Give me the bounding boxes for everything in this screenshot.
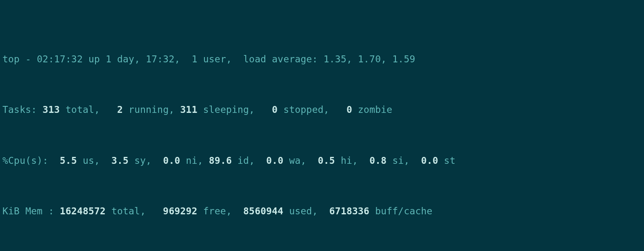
cpu-si: 0.8 xyxy=(369,155,386,166)
tasks-stopped: 0 xyxy=(272,104,278,115)
top-label: top - xyxy=(2,54,37,64)
mem-total: 16248572 xyxy=(60,206,105,216)
cpu-sy: 3.5 xyxy=(111,155,129,166)
mem-used: 8560944 xyxy=(243,206,283,216)
mem-buff: 6718336 xyxy=(329,206,369,216)
cpu-label: %Cpu(s): xyxy=(2,155,60,166)
mem-free: 969292 xyxy=(163,206,197,216)
tasks-zombie: 0 xyxy=(346,104,352,115)
terminal-top[interactable]: top - 02:17:32 up 1 day, 17:32, 1 user, … xyxy=(0,0,644,251)
summary-line-2: Tasks: 313 total, 2 running, 311 sleepin… xyxy=(2,103,642,116)
cpu-id: 89.6 xyxy=(209,155,232,166)
tasks-total: 313 xyxy=(42,104,60,115)
summary-line-3: %Cpu(s): 5.5 us, 3.5 sy, 0.0 ni, 89.6 id… xyxy=(2,154,642,167)
load-label: user, load average: xyxy=(198,54,324,64)
load-values: 1.35, 1.70, 1.59 xyxy=(324,54,415,64)
summary-line-1: top - 02:17:32 up 1 day, 17:32, 1 user, … xyxy=(2,53,642,66)
summary-line-4: KiB Mem : 16248572 total, 969292 free, 8… xyxy=(2,205,642,218)
uptime-label: up xyxy=(83,54,106,64)
mem-label: KiB Mem : xyxy=(2,206,60,216)
cpu-wa: 0.0 xyxy=(266,155,283,166)
tasks-label: Tasks: xyxy=(2,104,42,115)
cpu-us: 5.5 xyxy=(60,155,77,166)
cpu-hi: 0.5 xyxy=(318,155,335,166)
users-count: 1 xyxy=(192,54,198,64)
cpu-st: 0.0 xyxy=(421,155,438,166)
cpu-ni: 0.0 xyxy=(163,155,180,166)
tasks-sleeping: 311 xyxy=(180,104,198,115)
uptime-value: 1 day, 17:32 xyxy=(106,54,175,64)
time-value: 02:17:32 xyxy=(37,54,82,64)
tasks-running: 2 xyxy=(117,104,123,115)
users-sep: , xyxy=(174,54,191,64)
